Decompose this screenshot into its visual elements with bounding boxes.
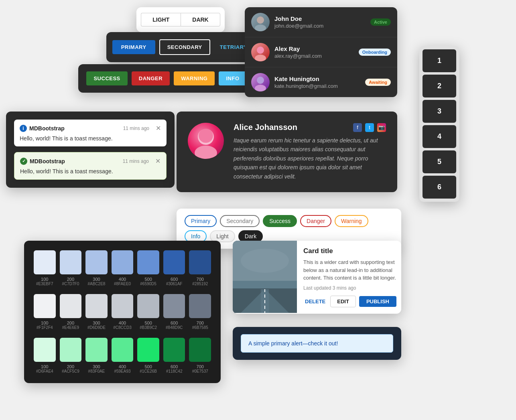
toast-time: 11 mins ago — [123, 158, 149, 164]
pill-secondary[interactable]: Secondary — [220, 215, 260, 227]
toast-body: Hello, world! This is a toast message. — [20, 168, 160, 174]
info-button[interactable]: INFO — [219, 71, 246, 85]
svg-point-7 — [195, 146, 217, 159]
list-item[interactable]: 2 — [423, 75, 456, 97]
primary-button[interactable]: PRIMARY — [112, 40, 155, 54]
pill-warning[interactable]: Warning — [335, 215, 368, 227]
secondary-button[interactable]: SECONDARY — [159, 39, 210, 55]
user-name: Alex Ray — [274, 45, 354, 52]
publish-button[interactable]: PUBLISH — [359, 296, 396, 307]
color-swatch: 600#848D9C — [163, 294, 185, 330]
user-item: Kate Hunington kate.hunington@gmail.com … — [245, 67, 397, 97]
facebook-icon[interactable]: f — [353, 123, 362, 132]
card-meta: Last updated 3 mins ago — [303, 285, 396, 291]
list-item[interactable]: 5 — [423, 150, 456, 173]
color-swatch: 100#F1F2F4 — [34, 294, 56, 330]
profile-bio: Itaque earum rerum hic tenetur a sapient… — [234, 136, 386, 181]
user-name: John Doe — [274, 15, 366, 22]
color-swatch: 500#1CE26B — [137, 338, 159, 373]
pill-primary[interactable]: Primary — [185, 215, 217, 227]
user-email: john.doe@gmail.com — [274, 23, 366, 29]
color-palette-card: 100#E3EBF7 200#C7D7F0 300#ABC2E8 400#8FA… — [24, 241, 221, 383]
profile-avatar — [188, 123, 224, 159]
svg-point-3 — [255, 55, 266, 61]
status-badge: Awaiting — [365, 79, 391, 86]
color-swatch: 200#C7D7F0 — [60, 250, 82, 286]
alert-card: A simple primary alert—check it out! — [233, 327, 401, 360]
user-email: kate.hunington@gmail.com — [274, 83, 360, 89]
toggle-card: LIGHT DARK — [136, 7, 225, 32]
toast-card: i MDBootstrap 11 mins ago ✕ Hello, world… — [6, 112, 175, 188]
user-email: alex.ray@gmail.com — [274, 53, 354, 59]
list-item[interactable]: 1 — [423, 49, 456, 72]
profile-name: Alice Johansson — [234, 123, 297, 132]
toast-item-success: ✓ MDBootstrap 11 mins ago ✕ Hello, world… — [14, 152, 167, 180]
color-swatch: 200#ACF5C9 — [60, 338, 82, 373]
color-swatch: 100#E3EBF7 — [34, 250, 56, 286]
svg-point-2 — [257, 47, 264, 54]
toast-header: ✓ MDBootstrap 11 mins ago ✕ — [20, 157, 160, 165]
color-swatch: 400#C8CCD3 — [112, 294, 134, 330]
edit-button[interactable]: EDIT — [330, 296, 356, 307]
profile-content: Alice Johansson f t 📷 Itaque earum rerum… — [234, 123, 386, 181]
list-item[interactable]: 4 — [423, 125, 456, 148]
palette-row-blue: 100#E3EBF7 200#C7D7F0 300#ABC2E8 400#8FA… — [34, 250, 211, 286]
instagram-icon[interactable]: 📷 — [377, 123, 386, 132]
avatar — [251, 13, 270, 31]
light-toggle-button[interactable]: LIGHT — [141, 13, 181, 26]
color-swatch: 600#3061AF — [163, 250, 185, 286]
svg-point-15 — [241, 249, 289, 273]
list-item[interactable]: 6 — [423, 176, 456, 199]
profile-card: Alice Johansson f t 📷 Itaque earum rerum… — [177, 112, 397, 192]
primary-buttons-card: PRIMARY SECONDARY TETRIARY — [106, 32, 259, 62]
close-icon[interactable]: ✕ — [156, 124, 161, 132]
social-icons: f t 📷 — [353, 123, 386, 132]
list-item[interactable]: 3 — [423, 100, 456, 123]
card-title: Card title — [303, 247, 396, 255]
color-swatch: 400#8FAEE0 — [112, 250, 134, 286]
warning-button[interactable]: WARNING — [174, 71, 215, 85]
toast-header: i MDBootstrap 11 mins ago ✕ — [20, 124, 161, 132]
delete-button[interactable]: DELETE — [303, 296, 327, 307]
profile-header: Alice Johansson f t 📷 — [234, 123, 386, 132]
user-info: Kate Hunington kate.hunington@gmail.com — [274, 75, 360, 89]
color-swatch: 600#118C42 — [163, 338, 185, 373]
color-swatch: 300#ABC2E8 — [85, 250, 108, 286]
success-icon: ✓ — [20, 158, 27, 165]
svg-point-8 — [199, 128, 213, 143]
toast-item: i MDBootstrap 11 mins ago ✕ Hello, world… — [14, 120, 167, 146]
svg-point-0 — [257, 16, 264, 24]
user-info: Alex Ray alex.ray@gmail.com — [274, 45, 354, 59]
color-swatch: 400#59EA93 — [112, 338, 134, 373]
info-icon: i — [20, 125, 27, 132]
avatar — [251, 73, 270, 91]
close-icon[interactable]: ✕ — [155, 157, 160, 165]
status-buttons-card: SUCCESS DANGER WARNING INFO — [78, 64, 255, 93]
pill-danger[interactable]: Danger — [300, 215, 331, 227]
user-name: Kate Hunington — [274, 75, 360, 82]
status-badge: Active — [370, 18, 391, 26]
success-button[interactable]: SUCCESS — [86, 71, 127, 85]
number-list-card: 1 2 3 4 5 6 — [419, 46, 459, 202]
color-swatch: 700#6B7585 — [189, 294, 211, 330]
svg-point-5 — [255, 85, 266, 91]
user-list-card: John Doe john.doe@gmail.com Active Alex … — [245, 7, 397, 97]
color-swatch: 700#0E7537 — [189, 338, 211, 373]
color-swatch: 100#D6FAE4 — [34, 338, 56, 373]
danger-button[interactable]: DANGER — [132, 71, 170, 85]
card-text: This is a wider card with supporting tex… — [303, 258, 396, 282]
svg-point-1 — [255, 24, 266, 31]
card-image — [233, 241, 297, 313]
dark-toggle-button[interactable]: DARK — [181, 13, 220, 26]
wide-card: Card title This is a wider card with sup… — [233, 241, 401, 314]
alert-primary: A simple primary alert—check it out! — [241, 334, 393, 353]
color-swatch: 200#E4E6E9 — [60, 294, 82, 330]
toast-title: i MDBootstrap — [20, 125, 65, 132]
user-item: Alex Ray alex.ray@gmail.com Onboarding — [245, 37, 397, 67]
toast-body: Hello, world! This is a toast message. — [20, 135, 161, 142]
twitter-icon[interactable]: t — [365, 123, 374, 132]
color-swatch: 300#83F0AE — [85, 338, 108, 373]
pill-success[interactable]: Success — [263, 215, 297, 227]
user-item: John Doe john.doe@gmail.com Active — [245, 7, 397, 37]
card-inner: Card title This is a wider card with sup… — [233, 241, 401, 314]
